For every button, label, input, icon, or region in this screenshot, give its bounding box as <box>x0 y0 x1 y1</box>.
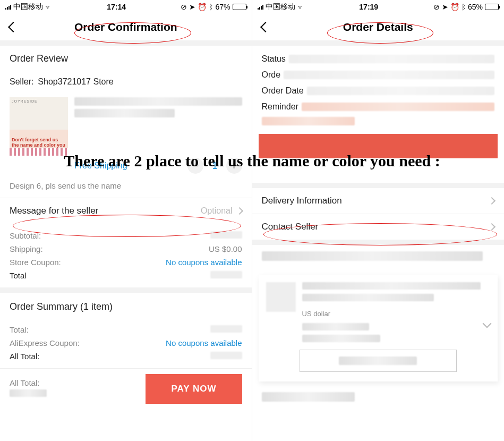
separator <box>0 40 252 46</box>
address-block <box>252 245 505 270</box>
reminder-value-blurred <box>302 103 494 111</box>
subtotal-value-blurred <box>210 231 242 239</box>
status-time: 17:14 <box>107 3 126 11</box>
subtotal-label: Subtotal: <box>10 231 41 240</box>
message-seller-row[interactable]: Message for the seller Optional <box>0 198 252 224</box>
shipping-value: US $0.00 <box>209 244 242 253</box>
carrier-label: 中国移动 <box>266 2 295 12</box>
reminder-label: Reminder <box>262 102 298 112</box>
spacer <box>252 162 505 183</box>
separator <box>0 287 252 293</box>
do-not-disturb-icon: ⊘ <box>433 3 440 11</box>
item-title-blurred <box>302 282 481 290</box>
product-info <box>74 97 242 121</box>
wifi-icon: ᯤ <box>297 3 304 11</box>
status-value-blurred <box>289 55 494 63</box>
paybar-amount-blurred <box>10 389 47 397</box>
location-icon: ➤ <box>189 3 195 11</box>
summary-block: Total: AliExpress Coupon:No coupons avai… <box>0 318 252 368</box>
seller-label: Seller: <box>10 77 33 87</box>
delivery-information-label: Delivery Information <box>262 196 342 206</box>
product-thumbnail[interactable]: JOYRESIDE Don't forget send us the name … <box>10 97 68 156</box>
bluetooth-icon: ᛒ <box>209 3 213 11</box>
quantity-decrease-button[interactable]: − <box>187 158 203 174</box>
item-thumbnail[interactable] <box>266 282 296 312</box>
item-line-blurred <box>302 323 370 330</box>
currency-note: US dollar <box>302 310 491 318</box>
battery-pct: 65% <box>468 3 483 11</box>
quantity-value: 1 <box>212 160 217 172</box>
product-row[interactable]: JOYRESIDE Don't forget send us the name … <box>0 94 252 158</box>
item-subtitle-blurred <box>302 294 434 301</box>
order-review-title: Order Review <box>10 53 242 64</box>
phone-order-details: 中国移动 ᯤ 17:19 ⊘ ➤ ⏰ ᛒ 65% Order Details S… <box>252 0 505 441</box>
product-subtitle-blurred <box>74 109 175 117</box>
carrier-label: 中国移动 <box>13 2 43 12</box>
store-coupon-value[interactable]: No coupons available <box>166 258 242 267</box>
order-id-label: Orde <box>262 70 281 80</box>
status-bar: 中国移动 ᯤ 17:19 ⊘ ➤ ⏰ ᛒ 65% <box>252 0 505 14</box>
message-seller-hint: Optional <box>201 206 233 216</box>
item-action-button[interactable] <box>300 350 457 372</box>
contact-seller-row[interactable]: Contact Seller <box>252 214 505 240</box>
nav-header: Order Details <box>252 14 505 40</box>
separator <box>252 240 505 245</box>
free-shipping-label[interactable]: Free Shipping <box>74 161 127 171</box>
pay-now-button[interactable]: PAY NOW <box>146 374 242 404</box>
store-coupon-label: Store Coupon: <box>10 258 61 267</box>
chevron-down-icon[interactable] <box>483 319 492 328</box>
chevron-right-icon <box>235 207 243 215</box>
signal-icon <box>258 4 263 10</box>
message-seller-label: Message for the seller <box>10 206 98 216</box>
order-item-card: US dollar <box>259 275 498 381</box>
all-total-label: All Total: <box>10 352 39 361</box>
delivery-information-row[interactable]: Delivery Information <box>252 188 505 214</box>
separator <box>252 40 505 46</box>
alarm-icon: ⏰ <box>450 3 459 11</box>
total-label: Total <box>10 271 27 280</box>
nav-header: Order Confirmation <box>0 14 252 40</box>
seller-row[interactable]: Seller: Shop3721017 Store <box>0 72 252 94</box>
product-title-blurred <box>74 97 242 106</box>
variant-note: Design 6, pls send us the name <box>0 178 252 198</box>
page-title: Order Confirmation <box>74 21 177 33</box>
quantity-increase-button[interactable]: + <box>226 158 242 174</box>
alarm-icon: ⏰ <box>198 3 207 11</box>
shipping-quantity-row: Free Shipping − 1 + <box>0 158 252 178</box>
order-id-value-blurred <box>284 71 494 79</box>
location-icon: ➤ <box>442 3 448 11</box>
ali-coupon-label: AliExpress Coupon: <box>10 338 80 347</box>
contact-seller-label: Contact Seller <box>262 222 319 232</box>
reminder-value-blurred-2 <box>262 117 355 125</box>
thumb-brand: JOYRESIDE <box>12 99 38 104</box>
shipping-label: Shipping: <box>10 244 43 253</box>
do-not-disturb-icon: ⊘ <box>181 3 187 11</box>
all-total-value-blurred <box>210 352 242 359</box>
paybar-all-total-label: All Total: <box>10 378 47 387</box>
item-line-blurred <box>302 335 381 342</box>
back-button[interactable] <box>260 20 267 33</box>
totals-block: Subtotal: Shipping:US $0.00 Store Coupon… <box>0 224 252 287</box>
footer-block <box>252 386 505 411</box>
separator <box>252 183 505 188</box>
seller-name: Shop3721017 Store <box>38 77 113 87</box>
signal-icon <box>5 4 11 10</box>
chevron-right-icon <box>488 223 496 231</box>
button-label-blurred <box>339 357 417 365</box>
order-date-label: Order Date <box>262 86 304 96</box>
total-value-blurred <box>210 271 242 278</box>
chevron-right-icon <box>488 197 496 205</box>
battery-icon <box>233 4 246 10</box>
phone-order-confirmation: 中国移动 ᯤ 17:14 ⊘ ➤ ⏰ ᛒ 67% Order Confirmat… <box>0 0 252 441</box>
order-date-value-blurred <box>307 87 494 95</box>
summary-total-value-blurred <box>210 325 242 333</box>
page-title: Order Details <box>343 21 413 33</box>
ali-coupon-value[interactable]: No coupons available <box>166 338 242 347</box>
back-button[interactable] <box>7 20 15 33</box>
thumb-decoration <box>10 148 68 156</box>
order-review-section: Order Review <box>0 46 252 72</box>
wifi-icon: ᯤ <box>45 3 52 11</box>
battery-icon <box>485 4 499 10</box>
battery-pct: 67% <box>215 3 230 11</box>
status-label: Status <box>262 54 286 64</box>
